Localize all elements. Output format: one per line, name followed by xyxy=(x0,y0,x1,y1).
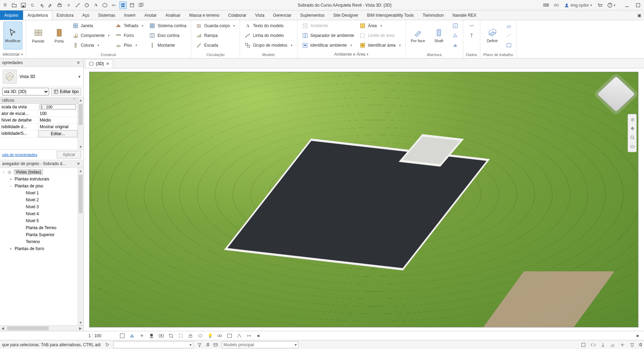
model-group-button[interactable]: Grupo de modelos xyxy=(243,41,294,49)
revit-icon[interactable]: R xyxy=(1,1,9,9)
prop-scale-value[interactable] xyxy=(38,104,78,110)
section-icon[interactable] xyxy=(110,1,118,9)
ribbon-collapse-icon[interactable]: ▣ xyxy=(634,13,644,18)
minimize-button[interactable] xyxy=(622,1,631,9)
ref-plane-button[interactable] xyxy=(504,31,514,40)
tab-systems[interactable]: Sistemas xyxy=(94,10,120,20)
tab-manage[interactable]: Gerenciar xyxy=(269,10,296,20)
group-collapse-icon[interactable]: ⌃ xyxy=(73,98,76,103)
undo-icon[interactable] xyxy=(38,1,45,9)
door-button[interactable]: Porta xyxy=(50,22,69,49)
print-icon[interactable] xyxy=(56,1,63,9)
dormer-opening-button[interactable] xyxy=(450,41,460,49)
open-icon[interactable] xyxy=(10,1,18,9)
scroll-up-icon[interactable]: ▲ xyxy=(78,97,83,103)
edit-type-button[interactable]: Editar tipo xyxy=(51,88,81,95)
column-button[interactable]: Coluna xyxy=(71,41,112,49)
browser-level[interactable]: Nível 2 xyxy=(17,196,78,203)
stair-button[interactable]: Escada xyxy=(194,41,237,49)
cart-icon[interactable] xyxy=(596,2,604,8)
instance-selector[interactable]: sta 3D: {3D} xyxy=(2,88,49,95)
grid-button[interactable] xyxy=(467,31,476,40)
tab-file[interactable]: Arquivo xyxy=(0,10,23,20)
worksharing-icon[interactable] xyxy=(552,2,561,8)
view-tab-close-icon[interactable]: ✕ xyxy=(106,61,109,66)
status-workset-field[interactable]: Modelo principal▾ xyxy=(222,341,298,348)
properties-scrollbar[interactable]: ▲ ▼ xyxy=(78,97,83,149)
properties-help-link[interactable]: uda de propriedades xyxy=(2,153,55,157)
tab-annotate[interactable]: Anotar xyxy=(140,10,161,20)
browser-structural-plans[interactable]: +Plantas estruturais xyxy=(7,176,78,183)
dimension-icon[interactable] xyxy=(83,1,91,9)
crop-region-icon[interactable] xyxy=(177,332,185,340)
browser-level[interactable]: Nível 1 xyxy=(17,189,78,196)
prop-detail-value[interactable]: Médio xyxy=(38,117,78,124)
browser-level[interactable]: Terreno xyxy=(17,238,78,245)
browser-level[interactable]: Nível 3 xyxy=(17,203,78,210)
browser-hscroll[interactable]: ◀ ▶ xyxy=(0,325,83,331)
tab-view[interactable]: Vista xyxy=(251,10,269,20)
tab-steel[interactable]: Aço xyxy=(78,10,94,20)
scroll-down-icon[interactable]: ▼ xyxy=(78,144,83,149)
text-icon[interactable]: A xyxy=(92,1,100,9)
zoom-icon[interactable] xyxy=(629,134,636,141)
analytical-model-icon[interactable] xyxy=(235,332,243,340)
ceiling-button[interactable]: Forro xyxy=(114,31,145,40)
status-type-field[interactable]: ▾ xyxy=(113,341,193,348)
tab-analyze[interactable]: Analisar xyxy=(161,10,185,20)
measure-icon[interactable] xyxy=(74,1,82,9)
restore-button[interactable] xyxy=(634,1,643,9)
tab-bim-interop[interactable]: BIM Interoperability Tools xyxy=(363,10,419,20)
props-group-graphics[interactable]: ráficos ⌃ xyxy=(0,97,78,104)
status-link-select-icon[interactable] xyxy=(590,341,597,348)
orbit-icon[interactable] xyxy=(629,143,636,150)
tab-naviate[interactable]: Naviate REX xyxy=(448,10,481,20)
prop-visover-edit-button[interactable]: Editar... xyxy=(38,130,77,137)
component-button[interactable]: Componente xyxy=(71,31,112,40)
curtain-system-button[interactable]: Sistema cortina xyxy=(147,22,188,30)
ramp-button[interactable]: Rampa xyxy=(194,31,237,40)
browser-close-icon[interactable]: ✕ xyxy=(76,161,81,166)
view-scale[interactable]: 1 : 100 xyxy=(88,333,116,338)
apply-button[interactable]: Aplicar xyxy=(57,151,81,158)
floor-button[interactable]: Piso xyxy=(114,41,145,49)
status-face-select-icon[interactable] xyxy=(609,341,616,348)
type-dropdown-icon[interactable]: ▾ xyxy=(78,74,80,79)
tab-addins[interactable]: Suplementos xyxy=(296,10,329,20)
scroll-left-icon[interactable]: ◀ xyxy=(0,326,6,331)
align-icon[interactable]: ≡ xyxy=(65,1,72,9)
tab-structure[interactable]: Estrutura xyxy=(52,10,78,20)
model-line-button[interactable]: Linha do modelo xyxy=(243,31,294,40)
curtain-grid-button[interactable]: Eixo cortina xyxy=(147,31,188,40)
mullion-button[interactable]: Montante xyxy=(147,41,188,49)
railing-button[interactable]: Guarda-corpo xyxy=(194,22,237,30)
status-pin-select-icon[interactable] xyxy=(599,341,606,348)
browser-scrollbar[interactable]: ▲ ▼ xyxy=(78,168,83,325)
view-hscroll-left-icon[interactable]: ◀ xyxy=(255,333,261,339)
browser-pane-header[interactable]: avegador de projeto - Sobrado d... ✕ xyxy=(0,160,83,168)
status-filter-icon[interactable] xyxy=(196,341,203,348)
sun-path-icon[interactable]: ☀ xyxy=(138,332,146,340)
workplane-viewer-button[interactable] xyxy=(504,41,514,49)
wall-opening-button[interactable] xyxy=(450,22,460,30)
reveal-hidden-icon[interactable]: 💡 xyxy=(206,332,214,340)
thin-lines-icon[interactable] xyxy=(119,1,127,9)
help-icon[interactable]: ?▾ xyxy=(606,2,617,8)
steering-wheel-icon[interactable]: ◎ xyxy=(629,116,636,123)
visual-style-icon[interactable] xyxy=(128,332,136,340)
prop-scale-num-value[interactable]: 100 xyxy=(38,110,78,117)
tab-collaborate[interactable]: Colaborar xyxy=(224,10,251,20)
crop-view-icon[interactable] xyxy=(167,332,175,340)
by-face-button[interactable]: Por face xyxy=(409,22,427,49)
worksharing-display-icon[interactable] xyxy=(216,332,224,340)
tab-site-designer[interactable]: Site Designer xyxy=(329,10,363,20)
view-tab-3d[interactable]: {3D} ✕ xyxy=(85,60,113,68)
keyboard-icon[interactable]: ⌨ xyxy=(542,2,550,8)
browser-level[interactable]: Planta de Terreo xyxy=(17,224,78,231)
status-workset-icon[interactable] xyxy=(212,341,219,348)
status-filter-funnel-icon[interactable] xyxy=(629,341,636,348)
render-icon[interactable] xyxy=(157,332,165,340)
browser-level[interactable]: Nível 4 xyxy=(17,210,78,217)
lock-3d-icon[interactable] xyxy=(187,332,194,340)
browser-root-views[interactable]: −◎ Vistas (todas) xyxy=(0,169,78,176)
